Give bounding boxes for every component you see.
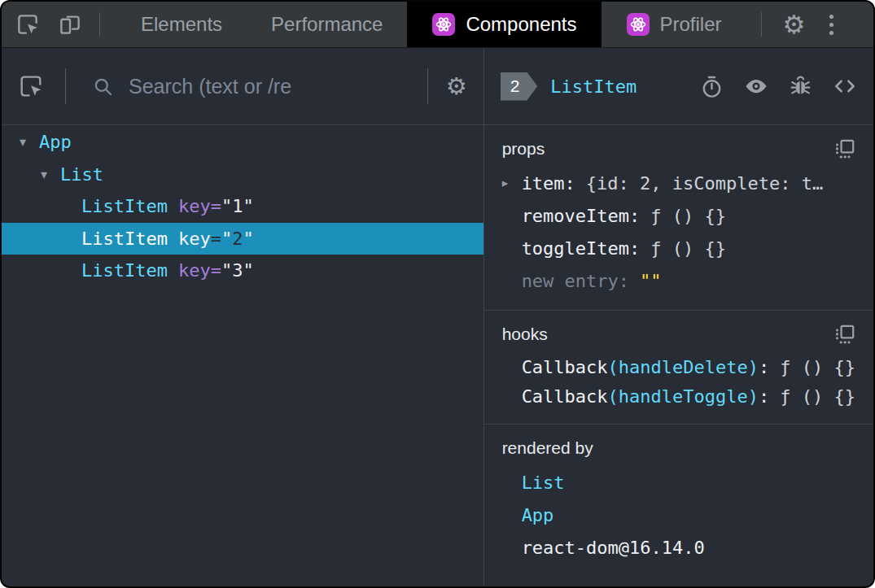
new-entry-value-field[interactable]: "": [640, 271, 662, 291]
quote: ": [243, 196, 253, 216]
log-data-bug-icon[interactable]: [789, 75, 812, 98]
renderer-version: react-dom@16.14.0: [522, 538, 705, 558]
components-tree-panel: ⚙ ▾ App ▾ List ListItemkey="1" ListItemk: [2, 48, 483, 586]
tree-row-app[interactable]: ▾ App: [2, 126, 483, 159]
toolbar-separator: [427, 68, 428, 104]
toolbar-separator: [761, 12, 762, 37]
prop-name: removeItem: [522, 206, 629, 226]
tree-row-listitem-3[interactable]: ListItemkey="3": [2, 255, 483, 287]
hook-name: Callback: [522, 386, 608, 407]
owner-link-app[interactable]: App: [522, 505, 554, 525]
rendered-by-renderer: react-dom@16.14.0: [502, 531, 855, 564]
tab-label: Elements: [141, 13, 222, 36]
equals-sign: =: [211, 260, 221, 281]
hook-callback-name: (handleToggle): [608, 386, 759, 407]
quote: ": [243, 229, 253, 249]
prop-row-removeitem[interactable]: removeItem: ƒ () {}: [502, 199, 855, 232]
key-attribute-value: 3: [232, 260, 243, 281]
device-toolbar-icon[interactable]: [57, 11, 83, 37]
tab-components[interactable]: Components: [407, 2, 601, 47]
hook-name: Callback: [522, 357, 608, 377]
tab-profiler[interactable]: Profiler: [602, 2, 746, 47]
prop-row-item[interactable]: ▸ item: {id: 2, isComplete: t…: [502, 167, 855, 199]
prop-value: ƒ () {}: [650, 238, 726, 259]
tree-toolbar: ⚙: [2, 48, 483, 125]
tree-row-list[interactable]: ▾ List: [2, 159, 483, 191]
tree-row-listitem-2-selected[interactable]: ListItemkey="2": [2, 223, 483, 255]
selected-component-title: ListItem: [550, 76, 637, 97]
tab-label: Performance: [271, 13, 383, 36]
hook-value: ƒ () {}: [780, 386, 855, 407]
rendered-by-section-title: rendered by: [502, 434, 593, 462]
component-tree: ▾ App ▾ List ListItemkey="1" ListItemkey…: [2, 125, 483, 586]
hook-row-handledelete[interactable]: Callback(handleDelete): ƒ () {}: [502, 352, 855, 381]
hook-row-handletoggle[interactable]: Callback(handleToggle): ƒ () {}: [502, 381, 855, 411]
more-menu-icon[interactable]: [829, 15, 833, 35]
hook-value: ƒ () {}: [780, 357, 855, 377]
selection-index-badge: 2: [501, 72, 538, 101]
search-icon: [92, 76, 114, 98]
component-name: App: [39, 132, 72, 152]
prop-row-toggleitem[interactable]: toggleItem: ƒ () {}: [502, 232, 855, 264]
key-attribute-name: key: [178, 196, 211, 216]
quote: ": [221, 260, 232, 281]
quote: ": [221, 229, 232, 249]
search-input[interactable]: [127, 74, 405, 99]
quote: ": [221, 196, 232, 216]
quote: ": [243, 260, 253, 281]
component-name: ListItem: [81, 196, 168, 216]
prop-name: toggleItem: [522, 238, 629, 259]
hook-callback-name: (handleDelete): [608, 357, 759, 377]
devtools-tab-bar: Elements Performance Components: [2, 2, 873, 48]
tab-elements[interactable]: Elements: [116, 2, 247, 47]
tree-row-listitem-1[interactable]: ListItemkey="1": [2, 190, 483, 223]
react-logo-icon: [431, 12, 456, 37]
hooks-section-title: hooks: [502, 320, 548, 348]
tab-label: Profiler: [660, 13, 722, 36]
devtools-window: Elements Performance Components: [0, 0, 875, 588]
key-attribute-value: 2: [232, 229, 243, 249]
key-attribute-value: 1: [232, 196, 243, 216]
key-attribute-name: key: [178, 229, 211, 249]
component-name: List: [60, 164, 103, 185]
expander-caret-icon[interactable]: ▾: [20, 134, 39, 150]
prop-row-new-entry[interactable]: new entry: "": [502, 264, 855, 297]
react-logo-icon: [626, 12, 650, 37]
component-details-panel: 2 ListItem: [484, 48, 873, 586]
equals-sign: =: [211, 229, 221, 249]
copy-props-icon[interactable]: [833, 138, 855, 160]
rendered-by-owner[interactable]: List: [502, 466, 855, 499]
tab-performance[interactable]: Performance: [247, 2, 407, 47]
expand-prop-caret-icon[interactable]: ▸: [502, 176, 522, 190]
component-name: ListItem: [81, 260, 168, 281]
equals-sign: =: [211, 196, 221, 216]
prop-name: item: [522, 173, 565, 194]
props-section: props ▸ item: {id: 2, isComplete: t…: [484, 125, 873, 311]
prop-value: ƒ () {}: [650, 206, 726, 226]
toolbar-separator: [99, 12, 100, 37]
settings-gear-icon[interactable]: ⚙: [783, 12, 806, 37]
rendered-by-owner[interactable]: App: [502, 499, 855, 531]
tab-label: Components: [466, 13, 576, 36]
component-name: ListItem: [81, 229, 168, 249]
suspense-stopwatch-icon[interactable]: [700, 75, 724, 98]
view-source-code-icon[interactable]: [833, 74, 857, 98]
inspect-dom-eye-icon[interactable]: [744, 74, 768, 98]
inspect-component-icon[interactable]: [18, 73, 44, 99]
owner-link-list[interactable]: List: [522, 473, 565, 493]
toolbar-separator: [65, 68, 66, 104]
rendered-by-section: rendered by List App react-dom@16.14.0: [484, 425, 873, 577]
prop-value: {id: 2, isComplete: t…: [586, 173, 823, 194]
expander-caret-icon[interactable]: ▾: [41, 167, 60, 182]
new-entry-name-field[interactable]: new entry: [522, 271, 619, 291]
key-attribute-name: key: [178, 260, 211, 281]
tree-settings-gear-icon[interactable]: ⚙: [446, 75, 467, 98]
props-section-title: props: [502, 135, 545, 163]
inspect-element-icon[interactable]: [15, 11, 41, 37]
details-toolbar: 2 ListItem: [484, 48, 873, 125]
hooks-section: hooks Callback(handleDelete): ƒ () {}: [484, 311, 873, 425]
copy-hooks-icon[interactable]: [833, 324, 855, 346]
